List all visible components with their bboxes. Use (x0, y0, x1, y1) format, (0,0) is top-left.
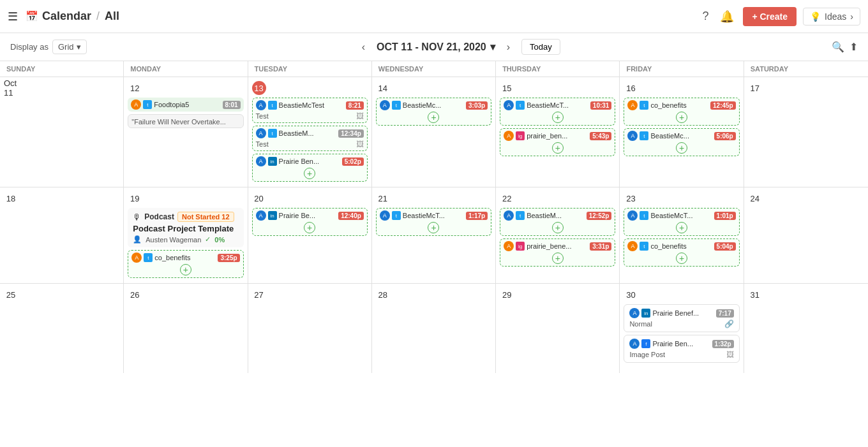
event-card[interactable]: "Failure Will Never Overtake... (128, 114, 243, 128)
day-header-sun: SUNDAY (0, 61, 124, 77)
breadcrumb: 📅 Calendar / All (26, 10, 119, 23)
avatar: A (504, 100, 514, 110)
day-cell: 27 (248, 284, 372, 373)
add-button[interactable]: + (676, 253, 687, 264)
day-cell: 18 (0, 187, 124, 283)
event-name: BeastieMc... (650, 132, 689, 140)
add-button[interactable]: + (180, 264, 191, 275)
day-cell: 20 A in Prairie Be... 12:40p + (248, 187, 372, 283)
day-cell: 17 (744, 77, 868, 187)
twitter-icon: t (640, 211, 648, 220)
week-row: 18 19 🎙 Podcast Not Started 12 Podcast P… (0, 187, 868, 284)
podcast-icon: 🎙 (133, 212, 141, 222)
event-card[interactable]: A t BeastieMcT... 1:01p + (624, 208, 739, 236)
event-body-text: Image Post (629, 351, 665, 358)
ideas-button[interactable]: 💡 Ideas › (803, 8, 860, 26)
twitter-icon: t (392, 101, 401, 110)
twitter-icon: t (516, 101, 525, 110)
add-button[interactable]: + (676, 142, 687, 154)
notifications-button[interactable]: 🔔 (717, 7, 737, 26)
event-card[interactable]: A in Prairie Be... 12:40p + (252, 208, 368, 236)
event-card[interactable]: A t co_benefits 5:04p + (624, 238, 739, 267)
event-name: BeastieM... (527, 212, 562, 219)
avatar: A (627, 210, 638, 221)
event-card[interactable]: A ig prairie_ben... 5:43p + (500, 128, 615, 156)
event-name: BeastieMcT... (650, 212, 692, 219)
add-button[interactable]: + (552, 112, 564, 123)
day-number: 24 (748, 191, 762, 205)
instagram-icon: ig (516, 242, 525, 251)
menu-icon[interactable]: ☰ (8, 10, 18, 24)
event-card[interactable]: A t Foodtopia5 8:01 (128, 98, 243, 112)
time-badge: 5:43p (590, 132, 611, 140)
event-name: BeastieMc... (403, 101, 442, 109)
search-button[interactable]: 🔍 (832, 41, 844, 53)
podcast-owner: Austen Wageman (146, 236, 201, 244)
add-button[interactable]: + (428, 222, 439, 233)
event-card[interactable]: A t BeastieMcTest 8:21 Test 🖼 (252, 98, 368, 123)
add-button[interactable]: + (676, 112, 687, 123)
today-button[interactable]: Today (521, 39, 560, 55)
day-cell: 22 A t BeastieM... 12:52p + A ig prairie… (496, 187, 620, 283)
time-badge: 3:31p (590, 242, 611, 251)
event-name: BeastieMcTest (279, 101, 325, 109)
podcast-banner[interactable]: 🎙 Podcast Not Started 12 Podcast Project… (128, 208, 243, 247)
twitter-icon: t (392, 211, 401, 220)
event-card[interactable]: A t BeastieM... 12:34p Test 🖼 (252, 126, 368, 151)
time-badge: 5:04p (714, 242, 736, 251)
twitter-icon: t (640, 131, 648, 140)
event-card[interactable]: A t co_benefits 3:25p + (128, 250, 243, 278)
day-number: 18 (4, 191, 18, 205)
event-card[interactable]: A t BeastieM... 12:52p + (500, 208, 615, 236)
day-number: 15 (500, 81, 514, 95)
day-header-tue: TUESDAY (248, 61, 372, 77)
export-button[interactable]: ⬆ (849, 41, 858, 53)
event-name: co_benefits (650, 242, 686, 250)
event-card[interactable]: A t BeastieMcT... 1:17p + (376, 208, 491, 236)
create-button[interactable]: + Create (743, 7, 797, 26)
day-cell: 21 A t BeastieMcT... 1:17p + (372, 187, 496, 283)
add-button[interactable]: + (676, 222, 687, 233)
event-name: BeastieMcT... (403, 212, 445, 219)
prev-button[interactable]: ‹ (358, 40, 369, 54)
add-button[interactable]: + (552, 142, 564, 154)
day-cell: 28 (372, 284, 496, 373)
week-row: Oct 11 12 A t Foodtopia5 8:01 (0, 77, 868, 187)
breadcrumb-sep: / (96, 10, 100, 23)
content-card[interactable]: A f Prairie Ben... 1:32p Image Post 🖼 (624, 335, 739, 363)
add-button[interactable]: + (304, 168, 315, 179)
add-button[interactable]: + (304, 222, 315, 233)
owner-avatar: 👤 (133, 235, 142, 244)
day-cell: 16 A t co_benefits 12:45p + A t BeastieM… (620, 77, 744, 187)
next-button[interactable]: › (503, 40, 514, 54)
date-range[interactable]: OCT 11 - NOV 21, 2020 ▾ (377, 41, 495, 53)
event-card[interactable]: A ig prairie_bene... 3:31p + (500, 238, 615, 267)
event-card[interactable]: A t BeastieMc... 5:06p + (624, 128, 739, 156)
day-number: 16 (624, 81, 638, 95)
day-cell: 29 (496, 284, 620, 373)
event-card[interactable]: A t BeastieMcT... 10:31 + (500, 98, 615, 126)
image-icon: 🖼 (726, 350, 734, 359)
day-number: 21 (376, 191, 390, 205)
event-card[interactable]: A in Prairie Ben... 5:02p + (252, 154, 368, 182)
day-cell-today: 13 A t BeastieMcTest 8:21 Test 🖼 (248, 77, 372, 187)
event-card[interactable]: A t co_benefits 12:45p + (624, 98, 739, 126)
add-button[interactable]: + (552, 222, 564, 233)
linkedin-icon: in (268, 211, 277, 220)
avatar: A (131, 253, 142, 263)
content-card[interactable]: A in Prairie Benef... 7:17 Normal 🔗 (624, 304, 739, 332)
day-header-sat: SATURDAY (744, 61, 868, 77)
day-number: 12 (128, 81, 142, 95)
day-cell: Oct 11 (0, 77, 124, 187)
podcast-label: Podcast (144, 212, 174, 221)
day-cell: 25 (0, 284, 124, 373)
event-card[interactable]: A t BeastieMc... 3:03p + (376, 98, 491, 126)
event-name: Prairie Be... (279, 212, 315, 219)
time-badge: 1:32p (712, 340, 734, 348)
add-button[interactable]: + (552, 253, 564, 264)
add-button[interactable]: + (428, 112, 439, 123)
grid-select[interactable]: Grid ▾ (52, 40, 87, 54)
time-badge: 12:40p (338, 212, 364, 220)
help-button[interactable]: ? (700, 7, 711, 26)
instagram-icon: ig (516, 131, 525, 140)
